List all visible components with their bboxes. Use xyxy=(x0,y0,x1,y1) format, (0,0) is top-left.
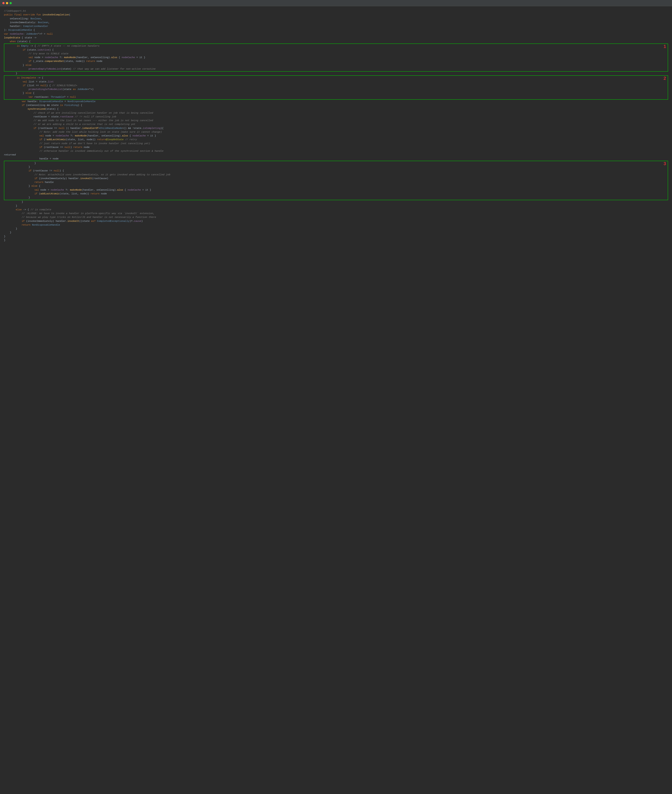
line-returned: returned xyxy=(4,153,668,157)
box-label-1: 1 xyxy=(664,44,666,49)
box3-line-7: val node = nodeCache ?: makeNode(handler… xyxy=(5,188,667,192)
box2-line-3: if (list == null) { // SINGLE/SINGLE+ xyxy=(5,84,667,88)
line-after-box2-4: // check if we are installing cancellati… xyxy=(4,111,668,115)
line-2: onCancelling: Boolean, xyxy=(4,17,668,21)
line-1: public final override fun invokeOnComple… xyxy=(4,13,668,17)
line-after-box2-1: var handle: DisposableHandle = NonDispos… xyxy=(4,99,668,103)
box2-line-2: val list = state.list xyxy=(5,80,667,84)
line-after-box2-3: synchronized(state) { xyxy=(4,107,668,111)
line-after-box2-2: if (onCancelling && state is Finishing) … xyxy=(4,103,668,107)
line-close-2: } xyxy=(4,204,668,208)
box1-line-2: if (state.isActive) { xyxy=(5,48,667,52)
line-6: var nodeCache: JobNode<*>? = null xyxy=(4,32,668,36)
box3-line-1: } xyxy=(5,165,667,169)
box3-line-6: } else { xyxy=(5,184,667,188)
line-close-1: } xyxy=(4,200,668,204)
window: //JobSupport.kt public final override fu… xyxy=(0,0,672,794)
line-between-1-2: } xyxy=(4,72,668,75)
box-1-wrapper: 1 is Empty -> { // EMPTY_X state -- no c… xyxy=(4,43,668,72)
box3-line-8: if (addLastAtomic(state, list, node)) re… xyxy=(5,192,667,196)
line-after-box2-15: handle = node xyxy=(4,157,668,161)
box3-line-4: if (invokeImmediately) handler.invokeIt(… xyxy=(5,176,667,180)
line-filename: //JobSupport.kt xyxy=(4,9,668,13)
box1-line-6: } else xyxy=(5,63,667,67)
box2-line-4: promoteSingleToNodeList(state as JobNode… xyxy=(5,88,667,91)
line-after-box2-9: // Note: add node the list while holding… xyxy=(4,130,668,134)
box3-line-3: // Note: attachChild uses invokeImmediat… xyxy=(5,173,667,176)
line-8: when (state) { xyxy=(4,40,668,43)
line-after-box2-6: // We add node to the list in two cases … xyxy=(4,119,668,122)
minimize-button[interactable] xyxy=(6,2,8,4)
box2-line-1: is Incomplete -> { xyxy=(5,76,667,80)
box-3-wrapper: 3 } } if (rootCause != null) { // Note: … xyxy=(4,161,668,200)
line-5: ): DisposableHandle { xyxy=(4,28,668,32)
box1-line-4: val node = nodeCache ?: makeNode(handler… xyxy=(5,56,667,59)
box3-line-9: } xyxy=(5,196,667,199)
box1-line-3: // try move to SINGLE state xyxy=(5,52,667,56)
line-close-when: } xyxy=(4,227,668,231)
line-3: invokeImmediately: Boolean, xyxy=(4,21,668,24)
line-return-non: return NonDisposableHandle xyxy=(4,223,668,227)
line-after-box2-5: rootCause = state.rootCause // != null i… xyxy=(4,115,668,119)
box1-line-5: if (_state.compareAndSet(state, node)) r… xyxy=(5,59,667,63)
box1-line-7: promoteEmptyToNodeList(state) // that wa… xyxy=(5,67,667,71)
box3-line-2: if (rootCause != null) { xyxy=(5,169,667,173)
box-label-3: 3 xyxy=(664,161,666,166)
line-after-box2-12: // just return node if we don't have to … xyxy=(4,142,668,146)
box-2: 2 is Incomplete -> { val list = state.li… xyxy=(4,75,668,99)
box-3: 3 } } if (rootCause != null) { // Note: … xyxy=(4,161,668,200)
close-button[interactable] xyxy=(2,2,5,4)
box-2-wrapper: 2 is Incomplete -> { val list = state.li… xyxy=(4,75,668,99)
line-invoke-imm: if (invokeImmediately) handler.invokeIt(… xyxy=(4,219,668,223)
line-after-box2-8: if (rootCause == null || handler.isHandl… xyxy=(4,127,668,130)
box1-line-1: is Empty -> { // EMPTY_X state -- no com… xyxy=(5,44,667,48)
line-after-box2-7: // or we are adding a child to a corouti… xyxy=(4,122,668,126)
box-label-2: 2 xyxy=(664,76,666,80)
box-1: 1 is Empty -> { // EMPTY_X state -- no c… xyxy=(4,43,668,72)
box2-line-5: } else { xyxy=(5,91,667,95)
box2-line-6: var rootCause: Throwable? = null xyxy=(5,95,667,99)
line-after-box2-13: if (rootCause == null) return node xyxy=(4,146,668,149)
line-kludge: // :KLUDGE: We have to invoke a handler … xyxy=(4,212,668,215)
line-after-box2-11: if (!addLastAtomic(state, list, node)) r… xyxy=(4,138,668,141)
maximize-button[interactable] xyxy=(10,2,12,4)
line-close-loop: } xyxy=(4,235,668,238)
code-area: //JobSupport.kt public final override fu… xyxy=(0,6,672,246)
line-kludge2: // because we play type tricks on Kotlin… xyxy=(4,215,668,219)
box3-line-5: return handle xyxy=(5,180,667,184)
title-bar xyxy=(0,0,672,6)
line-after-box2-14: // otherwise handler is invoked immediat… xyxy=(4,149,668,153)
line-close-when2: } xyxy=(4,231,668,234)
line-else-complete: else -> { // is complete xyxy=(4,208,668,212)
line-4: handler: CompletionHandler xyxy=(4,24,668,28)
box3-line-0: } xyxy=(5,161,667,165)
line-close-fn: } xyxy=(4,238,668,242)
line-7: loopOnState { state -> xyxy=(4,36,668,40)
line-after-box2-10: val node = nodeCache ?: makeNode(handler… xyxy=(4,134,668,138)
